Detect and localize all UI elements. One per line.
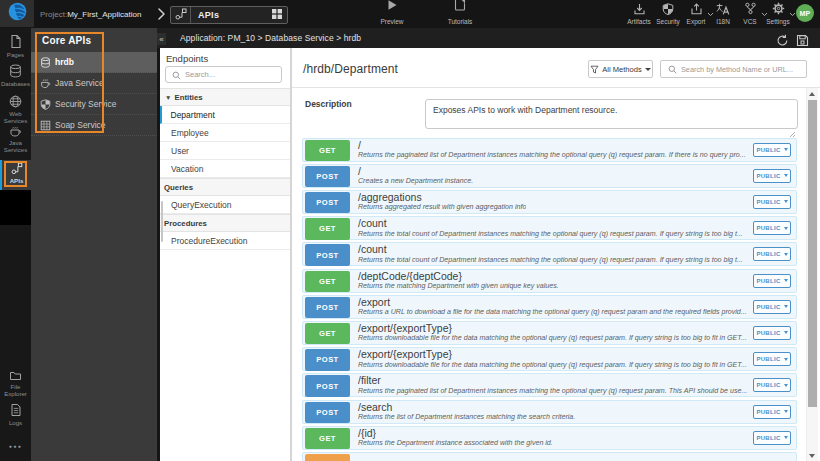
artifacts-label: Artifacts xyxy=(627,18,650,25)
endpoints-section-label: Queries xyxy=(164,183,193,192)
access-dropdown[interactable]: PUBLIC xyxy=(753,326,791,340)
scrollbar-up-button[interactable] xyxy=(806,88,818,99)
api-method-row[interactable]: POST / Creates a new Department instance… xyxy=(302,164,797,188)
api-method-row[interactable]: POST /filter Returns the paginated list … xyxy=(302,373,797,397)
api-path: /deptCode/{deptCode} xyxy=(358,271,462,282)
method-badge-get: GET xyxy=(305,271,350,293)
access-dropdown[interactable]: PUBLIC xyxy=(753,378,791,392)
api-method-row[interactable]: POST /search Returns the list of Departm… xyxy=(302,400,797,424)
endpoints-section-queries[interactable]: Queries xyxy=(160,178,290,196)
scrollbar-thumb[interactable] xyxy=(808,100,817,407)
collapse-panel-button[interactable]: « xyxy=(157,33,166,45)
api-method-row[interactable]: POST /aggregations Returns aggregated re… xyxy=(302,190,797,214)
caret-down-icon xyxy=(784,279,788,282)
caret-down-icon xyxy=(784,331,788,334)
method-badge-post: POST xyxy=(305,244,350,266)
search-icon xyxy=(668,60,677,78)
endpoint-item-label: User xyxy=(160,146,189,156)
api-method-row[interactable]: POST /count Returns the total count of D… xyxy=(302,242,797,266)
access-dropdown[interactable]: PUBLIC xyxy=(753,274,791,288)
access-dropdown[interactable]: PUBLIC xyxy=(753,221,791,235)
endpoint-item-employee[interactable]: Employee xyxy=(160,124,290,142)
sidebar-item-databases[interactable]: Databases xyxy=(0,64,31,87)
apis-highlight xyxy=(4,161,27,187)
method-badge-get: GET xyxy=(305,140,350,162)
endpoints-search-input[interactable]: Search... xyxy=(165,66,282,83)
method-search-input[interactable]: Search by Method Name or URL... xyxy=(660,60,807,78)
api-description: Returns a URL to download a file for the… xyxy=(358,308,747,316)
sidebar-item-pages[interactable]: Pages xyxy=(0,34,31,58)
settings-button[interactable]: Settings xyxy=(761,2,795,27)
endpoint-item-label: ProcedureExecution xyxy=(160,236,248,246)
resource-title: /hrdb/Department xyxy=(303,62,398,76)
app-window: Project:My_First_Application APIs Previe… xyxy=(0,0,820,461)
api-description: Returns the matching Department with giv… xyxy=(358,282,559,290)
preview-label: Preview xyxy=(380,18,403,25)
api-path: /filter xyxy=(358,375,381,386)
api-description: Returns the total count of Department in… xyxy=(358,230,743,238)
grid-menu-icon[interactable] xyxy=(271,6,287,24)
access-label: PUBLIC xyxy=(756,225,780,231)
endpoints-section-procedures[interactable]: Procedures xyxy=(160,214,290,232)
method-badge-get: GET xyxy=(305,428,350,450)
api-method-row[interactable]: GET /export/{exportType} Returns downloa… xyxy=(302,321,797,345)
sidebar-item-web-services[interactable]: Web Services xyxy=(0,95,31,124)
translate-icon xyxy=(716,2,730,15)
endpoints-section-entities[interactable]: ▼Entities xyxy=(160,88,290,106)
rail-overflow-button[interactable]: ●●● xyxy=(0,443,31,449)
endpoints-scrollbar-thumb[interactable] xyxy=(161,201,163,242)
caret-down-icon xyxy=(645,68,651,71)
access-label: PUBLIC xyxy=(756,147,780,153)
endpoint-item-procedureexecution[interactable]: ProcedureExecution xyxy=(160,232,290,250)
access-dropdown[interactable]: PUBLIC xyxy=(753,169,791,183)
workspace-selector-label: APIs xyxy=(191,10,271,20)
folder-icon xyxy=(9,370,22,381)
sidebar-item-label: Pages xyxy=(7,51,24,58)
api-method-row[interactable]: POST /export/{exportType} Returns downlo… xyxy=(302,347,797,371)
api-method-row[interactable]: PUT xyxy=(302,452,797,461)
access-dropdown[interactable]: PUBLIC xyxy=(753,143,791,157)
methods-filter-dropdown[interactable]: All Methods xyxy=(588,60,653,78)
endpoint-item-user[interactable]: User xyxy=(160,142,290,160)
api-method-row[interactable]: POST /export Returns a URL to download a… xyxy=(302,295,797,319)
upload-icon xyxy=(690,2,703,15)
search-icon xyxy=(172,66,181,84)
workspace-selector[interactable]: APIs xyxy=(170,6,288,24)
access-dropdown[interactable]: PUBLIC xyxy=(753,352,791,366)
play-icon xyxy=(386,2,398,15)
api-method-row[interactable]: GET /count Returns the total count of De… xyxy=(302,216,797,240)
app-breadcrumb-text: Application: PM_10 > Database Service > … xyxy=(180,28,361,48)
tutorials-button[interactable]: Tutorials xyxy=(442,2,478,27)
sidebar-item-label: File Explorer xyxy=(4,383,27,397)
access-label: PUBLIC xyxy=(756,199,780,205)
access-dropdown[interactable]: PUBLIC xyxy=(753,247,791,261)
sidebar-item-java-services[interactable]: Java Services xyxy=(0,125,31,153)
project-name: My_First_Application xyxy=(67,10,141,19)
method-badge-post: POST xyxy=(305,375,350,397)
resize-grip-icon[interactable] xyxy=(789,124,796,131)
wavemaker-logo[interactable] xyxy=(0,0,34,27)
api-method-row[interactable]: GET /deptCode/{deptCode} Returns the mat… xyxy=(302,269,797,293)
api-method-row[interactable]: GET /{id} Returns the Department instanc… xyxy=(302,426,797,450)
preview-button[interactable]: Preview xyxy=(374,2,410,27)
api-method-row[interactable]: GET / Returns the paginated list of Depa… xyxy=(302,138,797,162)
sidebar-item-logs[interactable]: Logs xyxy=(0,403,31,426)
endpoint-item-queryexecution[interactable]: QueryExecution xyxy=(160,196,290,214)
access-dropdown[interactable]: PUBLIC xyxy=(753,300,791,314)
access-dropdown[interactable]: PUBLIC xyxy=(753,195,791,209)
caret-down-icon xyxy=(784,148,788,151)
endpoints-section-label: Entities xyxy=(174,93,202,102)
endpoint-item-department[interactable]: Department xyxy=(160,106,290,124)
endpoint-item-vacation[interactable]: Vacation xyxy=(160,160,290,178)
sidebar-item-label: Databases xyxy=(1,80,30,87)
sidebar-item-file-explorer[interactable]: File Explorer xyxy=(0,370,31,397)
access-dropdown[interactable]: PUBLIC xyxy=(753,431,791,445)
sidebar-item-label: Java Services xyxy=(4,139,27,153)
user-avatar[interactable]: MP xyxy=(796,4,814,22)
access-dropdown[interactable]: PUBLIC xyxy=(753,405,791,419)
api-path: / xyxy=(358,166,361,177)
api-path: /{id} xyxy=(358,428,376,439)
caret-down-icon xyxy=(784,384,788,387)
scrollbar-down-button[interactable] xyxy=(806,450,818,461)
access-label: PUBLIC xyxy=(756,251,780,257)
